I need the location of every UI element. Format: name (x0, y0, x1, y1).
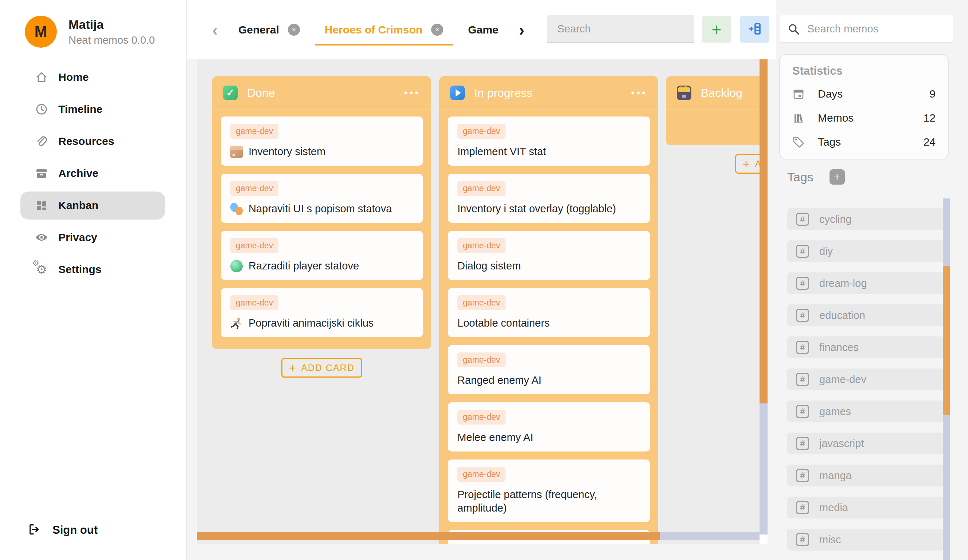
sidebar-item-archive[interactable]: Archive (0, 157, 186, 189)
memo-search-field (780, 15, 953, 43)
tag-label: finances (819, 342, 859, 354)
board-vertical-scrollbar-thumb[interactable] (759, 59, 767, 403)
card-tag-badge: game-dev (230, 124, 278, 139)
board-vertical-scrollbar[interactable] (759, 59, 767, 544)
check-mark-emoji: ✓ (223, 86, 238, 100)
tab-label: General (239, 24, 279, 36)
card-title: Popraviti animacijski ciklus (249, 316, 374, 330)
statistics-card: Statistics Days 9 Memos 12 Tags (779, 54, 949, 160)
profile-text: Matija Neat memos 0.0.0 (68, 18, 155, 46)
card-title: Lootable containers (457, 316, 640, 330)
sidebar-nav: Home Timeline Resources Archive (0, 61, 186, 286)
tag-item-finances[interactable]: # finances (787, 337, 944, 358)
kanban-card[interactable]: game-dev Ranged enemy AI (448, 345, 650, 394)
tag-label: manga (819, 470, 852, 482)
card-title: Projectile patterns (frequency, amplitud… (457, 488, 640, 515)
sidebar-item-label: Resources (58, 135, 114, 147)
add-column-button[interactable] (740, 16, 769, 43)
card-tag-badge: game-dev (457, 181, 506, 196)
card-tag-badge: game-dev (457, 124, 506, 139)
tag-label: education (819, 309, 865, 322)
sidebar-item-kanban[interactable]: Kanban (0, 189, 186, 221)
card-tag-badge: game-dev (230, 295, 278, 310)
tab-close-icon[interactable]: × (431, 24, 443, 36)
add-card-button-done[interactable]: + ADD CARD (281, 358, 362, 378)
tag-item-diy[interactable]: # diy (787, 240, 944, 262)
tag-item-education[interactable]: # education (787, 304, 944, 326)
kanban-card[interactable]: game-dev Projectile patterns (frequency,… (448, 459, 650, 522)
column-menu-button[interactable]: ••• (404, 87, 420, 99)
tab-close-icon[interactable]: × (288, 24, 300, 36)
tag-item-misc[interactable]: # misc (787, 529, 944, 550)
tag-item-javascript[interactable]: # javascript (787, 433, 944, 454)
sign-out-icon (28, 523, 41, 537)
stat-label: Tags (818, 136, 841, 148)
kanban-card[interactable]: game-dev Lootable containers (448, 288, 650, 337)
board-horizontal-scrollbar[interactable] (197, 532, 759, 540)
tags-scrollbar-thumb[interactable] (943, 266, 950, 415)
hash-icon: # (796, 277, 809, 290)
tab-label: Heroes of Crimson (325, 24, 423, 36)
kanban-card[interactable]: game-dev Razraditi player statove (221, 231, 423, 280)
sidebar-item-privacy[interactable]: Privacy (0, 221, 186, 253)
board-horizontal-scrollbar-thumb[interactable] (197, 532, 660, 540)
sidebar-item-resources[interactable]: Resources (0, 125, 186, 157)
sidebar-item-home[interactable]: Home (0, 61, 186, 93)
kanban-card[interactable]: game-dev Inventory i stat overlay (toggl… (448, 173, 650, 223)
tab-heroes-of-crimson[interactable]: Heroes of Crimson × (315, 0, 453, 59)
board-tabs: ‹ General × Heroes of Crimson × Game › (204, 0, 533, 59)
sign-out-button[interactable]: Sign out (28, 514, 98, 546)
kanban-card[interactable]: game-dev Popraviti animacijski ciklus (221, 288, 423, 337)
column-header: In progress ••• (439, 76, 658, 110)
column-menu-button[interactable]: ••• (631, 87, 647, 99)
sidebar-item-timeline[interactable]: Timeline (0, 93, 186, 125)
board-search-input[interactable] (547, 15, 694, 43)
stat-label: Days (818, 88, 843, 100)
tag-item-dream-log[interactable]: # dream-log (787, 273, 944, 294)
top-bar: ‹ General × Heroes of Crimson × Game › + (187, 0, 776, 59)
card-tag-badge: game-dev (457, 410, 506, 425)
tag-label: games (819, 406, 851, 418)
add-tag-button[interactable]: + (829, 169, 845, 185)
card-title: Melee enemy AI (457, 431, 640, 444)
sidebar-item-settings[interactable]: ⚙ ⚙ Settings (0, 253, 186, 286)
card-tag-badge: game-dev (457, 238, 506, 253)
tag-item-games[interactable]: # games (787, 400, 944, 422)
app-version: Neat memos 0.0.0 (68, 34, 155, 46)
tag-item-manga[interactable]: # manga (787, 464, 944, 486)
tag-item-game-dev[interactable]: # game-dev (787, 368, 944, 390)
card-file-box-emoji (677, 86, 691, 100)
memo-search-input[interactable] (807, 23, 946, 35)
add-board-button[interactable]: + (702, 16, 731, 43)
tabs-scroll-right-button[interactable]: › (511, 20, 533, 40)
kanban-card[interactable]: game-dev Implement VIT stat (448, 117, 650, 166)
column-title: Backlog (701, 86, 743, 100)
kanban-card[interactable]: game-dev Inventory sistem (221, 117, 423, 166)
column-in-progress: In progress ••• game-dev Implement VIT s… (439, 76, 658, 544)
green-sphere-emoji (230, 260, 243, 273)
tag-label: cycling (819, 213, 852, 225)
card-tag-badge: game-dev (457, 295, 506, 310)
tags-scrollbar[interactable] (943, 198, 950, 560)
kanban-card[interactable]: game-dev Napraviti UI s popisom statova (221, 173, 423, 223)
eye-icon (34, 230, 49, 244)
hash-icon: # (796, 341, 809, 354)
card-title: Inventory i stat overlay (togglable) (457, 202, 640, 216)
sidebar-item-label: Home (58, 71, 89, 83)
tag-item-cycling[interactable]: # cycling (787, 208, 944, 230)
tag-item-media[interactable]: # media (787, 497, 944, 519)
sidebar: M Matija Neat memos 0.0.0 Home Timeline (0, 0, 187, 560)
tab-game[interactable]: Game (459, 0, 508, 59)
card-title: Napraviti UI s popisom statova (249, 202, 392, 216)
card-title: Implement VIT stat (457, 145, 640, 159)
kanban-card[interactable]: game-dev Melee enemy AI (448, 402, 650, 451)
play-button-emoji (450, 86, 465, 100)
kanban-card[interactable]: game-dev Dialog sistem (448, 231, 650, 280)
paperclip-icon (34, 134, 49, 149)
tag-label: dream-log (819, 278, 867, 289)
tabs-scroll-left-button[interactable]: ‹ (204, 20, 226, 40)
hash-icon: # (796, 533, 809, 546)
column-wrap-in-progress: In progress ••• game-dev Implement VIT s… (439, 76, 658, 544)
add-column-icon (748, 21, 762, 38)
tab-general[interactable]: General × (229, 0, 310, 59)
